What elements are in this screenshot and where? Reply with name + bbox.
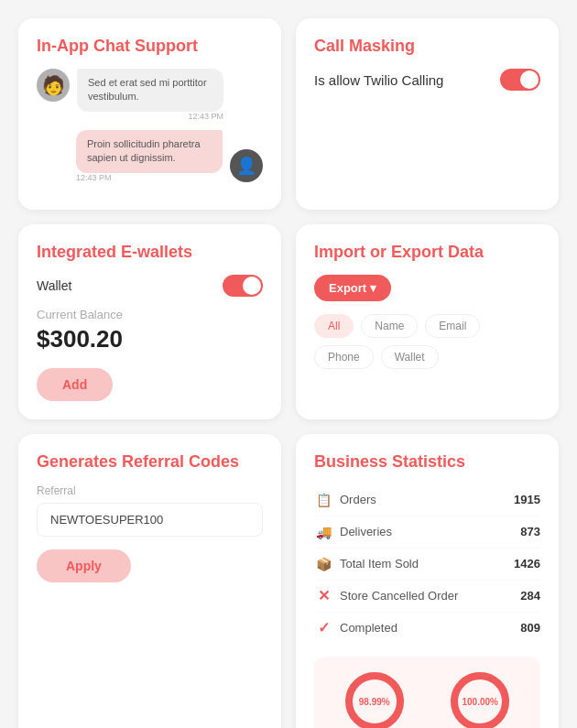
referral-card: Generates Referral Codes Referral Apply — [18, 434, 281, 728]
items-icon: 📦 — [314, 555, 332, 573]
wallet-toggle[interactable] — [223, 275, 263, 297]
tag-email[interactable]: Email — [425, 314, 480, 338]
filter-tags: All Name Email Phone Wallet — [314, 314, 540, 369]
call-masking-toggle-row: Is allow Twilio Calling — [314, 69, 540, 91]
call-masking-toggle[interactable] — [500, 69, 540, 91]
wallet-toggle-label: Wallet — [37, 278, 71, 293]
tag-phone[interactable]: Phone — [314, 345, 374, 369]
donut-label-order: 98.99% — [359, 696, 390, 706]
stat-row-deliveries: 🚚 Deliveries 873 — [314, 516, 540, 549]
chat-message-right-1: Proin sollicitudin pharetra sapien ut di… — [37, 130, 263, 182]
stat-row-orders: 📋 Orders 1915 — [314, 484, 540, 516]
deliveries-value: 873 — [520, 525, 540, 538]
avatar-icon-right: 👤 — [236, 156, 256, 176]
tag-name[interactable]: Name — [361, 314, 418, 338]
stat-row-completed: ✓ Completed 809 — [314, 613, 540, 644]
orders-value: 1915 — [514, 493, 540, 506]
referral-title: Generates Referral Codes — [37, 452, 263, 472]
stat-left-orders: 📋 Orders — [314, 491, 376, 509]
orders-icon: 📋 — [314, 491, 332, 509]
orders-label: Orders — [340, 493, 376, 506]
avatar-icon-left: 🧑 — [42, 74, 65, 96]
wallet-card: Integrated E-wallets Wallet Current Bala… — [18, 224, 281, 419]
completed-icon: ✓ — [314, 619, 332, 637]
export-button[interactable]: Export ▾ — [314, 275, 391, 301]
avatar-right-1: 👤 — [230, 149, 263, 182]
stat-left-completed: ✓ Completed — [314, 619, 397, 637]
export-card: Import or Export Data Export ▾ All Name … — [296, 224, 559, 419]
charts-row: 98.99% Order Payment 3608890199356.40 10… — [314, 657, 540, 728]
items-value: 1426 — [514, 557, 540, 570]
referral-label: Referral — [37, 484, 263, 497]
stat-row-items: 📦 Total Item Sold 1426 — [314, 549, 540, 581]
cancelled-label: Store Cancelled Order — [340, 589, 458, 603]
chat-support-card: In-App Chat Support 🧑 Sed et erat sed mi… — [18, 18, 281, 210]
donut-label-store: 100.00% — [462, 696, 497, 706]
chat-title: In-App Chat Support — [37, 37, 263, 56]
chart-store-earning: 100.00% Store Earning 3608899908540.68 — [441, 669, 519, 728]
deliveries-icon: 🚚 — [314, 523, 332, 541]
chat-time-left-1: 12:43 PM — [77, 112, 223, 121]
bubble-text-right-1: Proin sollicitudin pharetra sapien ut di… — [76, 130, 223, 173]
wallet-title: Integrated E-wallets — [37, 243, 263, 262]
deliveries-label: Deliveries — [340, 525, 392, 538]
chart-order-payment: 98.99% Order Payment 3608890199356.40 — [335, 669, 414, 728]
wallet-toggle-row: Wallet — [37, 275, 263, 297]
chat-time-right-1: 12:43 PM — [76, 173, 223, 182]
balance-label: Current Balance — [37, 308, 263, 321]
stat-row-cancelled: ✕ Store Cancelled Order 284 — [314, 581, 540, 613]
completed-label: Completed — [340, 621, 397, 635]
stats-card: Business Statistics 📋 Orders 1915 🚚 Deli… — [296, 434, 559, 728]
tag-all[interactable]: All — [314, 314, 354, 338]
balance-amount: $300.20 — [37, 325, 263, 353]
donut-store-earning: 100.00% — [448, 669, 512, 728]
chat-message-left-1: 🧑 Sed et erat sed mi porttitor vestibulu… — [37, 69, 263, 121]
avatar-left-1: 🧑 — [37, 69, 70, 102]
items-label: Total Item Sold — [340, 557, 419, 570]
tag-wallet[interactable]: Wallet — [381, 345, 439, 369]
stat-left-deliveries: 🚚 Deliveries — [314, 523, 392, 541]
stat-left-cancelled: ✕ Store Cancelled Order — [314, 587, 458, 605]
stat-left-items: 📦 Total Item Sold — [314, 555, 419, 573]
referral-input[interactable] — [37, 503, 263, 537]
bubble-text-left-1: Sed et erat sed mi porttitor vestibulum. — [77, 69, 223, 112]
cancelled-icon: ✕ — [314, 587, 332, 605]
call-masking-title: Call Masking — [314, 37, 540, 56]
stats-rows: 📋 Orders 1915 🚚 Deliveries 873 📦 Total I… — [314, 484, 540, 644]
add-button[interactable]: Add — [37, 368, 113, 401]
donut-order-payment: 98.99% — [343, 669, 407, 728]
call-masking-description: Is allow Twilio Calling — [314, 71, 443, 90]
export-title: Import or Export Data — [314, 243, 540, 262]
call-masking-card: Call Masking Is allow Twilio Calling — [296, 18, 559, 210]
stats-title: Business Statistics — [314, 452, 540, 472]
apply-button[interactable]: Apply — [37, 549, 131, 582]
cancelled-value: 284 — [520, 589, 540, 603]
completed-value: 809 — [520, 621, 540, 635]
